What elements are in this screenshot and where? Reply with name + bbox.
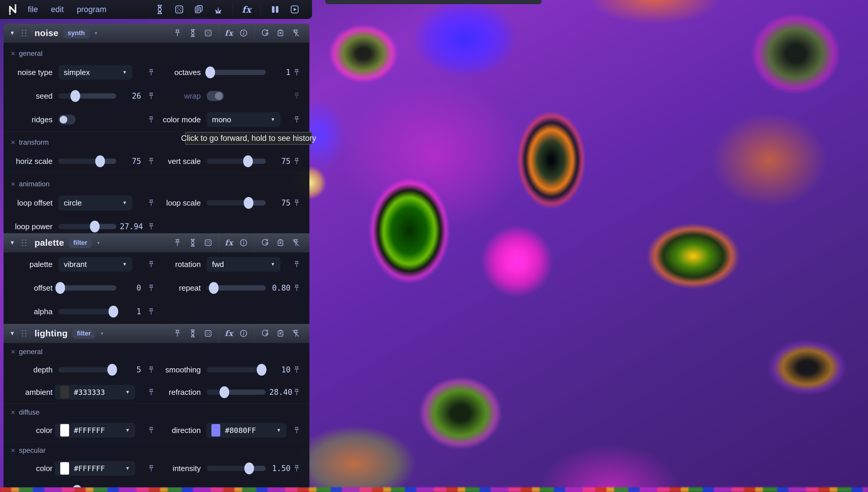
collapse-icon[interactable]: ▼ — [9, 30, 18, 36]
depth-slider[interactable] — [58, 367, 116, 372]
duplicate-pages-icon[interactable] — [194, 4, 204, 15]
section-close-icon[interactable]: ✕ — [10, 181, 15, 188]
alpha-slider[interactable] — [58, 309, 116, 314]
pin-icon[interactable] — [147, 464, 155, 472]
drag-handle-icon[interactable] — [22, 240, 26, 246]
pin-icon[interactable] — [292, 388, 301, 396]
pin-icon[interactable] — [147, 260, 155, 268]
info-icon[interactable] — [239, 238, 248, 247]
pin-icon[interactable] — [147, 92, 155, 100]
pin-icon[interactable] — [292, 464, 301, 472]
pin-icon[interactable] — [173, 329, 182, 338]
loop-power-slider[interactable] — [58, 224, 116, 229]
noise-type-dropdown[interactable]: simplex ▼ — [58, 65, 132, 80]
pin-icon[interactable] — [292, 426, 301, 435]
pin-icon[interactable] — [147, 308, 155, 316]
randomize-dna-icon[interactable] — [154, 4, 165, 15]
diffuse-color-dropdown[interactable]: #FFFFFF ▼ — [55, 423, 135, 438]
loop-scale-slider[interactable] — [207, 200, 266, 205]
fx-icon[interactable]: fx — [222, 329, 236, 338]
color-mode-dropdown[interactable]: mono ▼ — [207, 112, 280, 127]
dice-icon[interactable] — [204, 329, 212, 338]
row: loop offset circle ▼ loop scale 75 — [3, 191, 309, 215]
badge-caret-icon[interactable]: ▼ — [100, 331, 104, 336]
section-close-icon[interactable]: ✕ — [10, 409, 15, 416]
dna-icon[interactable] — [188, 29, 197, 38]
pin-icon[interactable] — [292, 92, 301, 100]
info-icon[interactable] — [239, 329, 248, 338]
specular-color-dropdown[interactable]: #FFFFFF ▼ — [55, 461, 135, 476]
dice-icon[interactable] — [204, 238, 212, 247]
collapse-icon[interactable]: ▼ — [9, 330, 18, 337]
unpin-all-icon[interactable] — [291, 29, 300, 38]
collapse-icon[interactable]: ▼ — [9, 240, 18, 246]
badge-caret-icon[interactable]: ▼ — [94, 31, 98, 35]
pin-icon[interactable] — [292, 157, 301, 165]
pin-icon[interactable] — [292, 199, 301, 207]
pin-icon[interactable] — [147, 366, 155, 374]
grass-icon[interactable] — [213, 4, 224, 15]
clear-icon[interactable] — [276, 238, 285, 247]
vert-scale-slider[interactable] — [207, 158, 266, 164]
direction-color-dropdown[interactable]: #8080FF ▼ — [206, 423, 286, 438]
repeat-slider[interactable] — [207, 285, 266, 291]
pin-icon[interactable] — [147, 222, 155, 231]
pin-icon[interactable] — [147, 388, 155, 396]
refraction-slider[interactable] — [207, 390, 266, 395]
dice-icon[interactable] — [174, 4, 184, 15]
pin-icon[interactable] — [292, 366, 301, 374]
history-icon[interactable] — [261, 329, 270, 338]
fx-icon[interactable]: fx — [238, 4, 256, 15]
pin-icon[interactable] — [292, 260, 301, 268]
menu-file[interactable]: file — [21, 5, 45, 14]
offset-slider[interactable] — [58, 285, 116, 291]
pin-icon[interactable] — [147, 284, 155, 292]
split-columns-icon[interactable] — [270, 4, 280, 15]
palette-dropdown[interactable]: vibrant ▼ — [58, 257, 132, 272]
pin-icon[interactable] — [147, 68, 155, 76]
drag-handle-icon[interactable] — [22, 30, 26, 36]
dice-icon[interactable] — [204, 29, 212, 38]
pin-icon[interactable] — [147, 116, 155, 124]
seed-slider[interactable] — [58, 93, 116, 99]
pin-icon[interactable] — [147, 199, 155, 207]
history-icon[interactable] — [261, 238, 270, 247]
pin-icon[interactable] — [147, 487, 155, 487]
smoothing-slider[interactable] — [207, 367, 266, 372]
loop-offset-dropdown[interactable]: circle ▼ — [58, 196, 132, 210]
octaves-slider[interactable] — [207, 70, 266, 75]
section-close-icon[interactable]: ✕ — [10, 50, 15, 57]
pin-icon[interactable] — [173, 238, 182, 247]
pin-icon[interactable] — [292, 68, 301, 76]
history-icon[interactable] — [261, 29, 270, 38]
clear-icon[interactable] — [276, 29, 285, 38]
play-icon[interactable] — [289, 4, 300, 15]
control-label: loop offset — [3, 198, 53, 207]
badge-caret-icon[interactable]: ▼ — [97, 241, 100, 245]
section-close-icon[interactable]: ✕ — [10, 139, 15, 146]
unpin-all-icon[interactable] — [291, 329, 300, 338]
intensity-slider[interactable] — [207, 466, 266, 471]
clear-icon[interactable] — [276, 329, 285, 338]
app-logo-icon[interactable] — [7, 4, 18, 15]
pin-icon[interactable] — [147, 157, 155, 165]
ambient-color-dropdown[interactable]: #333333 ▼ — [55, 385, 135, 399]
info-icon[interactable] — [239, 29, 248, 38]
pin-icon[interactable] — [173, 29, 182, 38]
dna-icon[interactable] — [188, 329, 197, 338]
menu-program[interactable]: program — [70, 5, 113, 14]
pin-icon[interactable] — [292, 116, 301, 124]
dna-icon[interactable] — [188, 238, 197, 247]
fx-icon[interactable]: fx — [222, 29, 236, 38]
fx-icon[interactable]: fx — [222, 238, 236, 247]
pin-icon[interactable] — [292, 284, 301, 292]
section-close-icon[interactable]: ✕ — [10, 447, 15, 454]
menu-edit[interactable]: edit — [45, 5, 71, 14]
unpin-all-icon[interactable] — [291, 238, 300, 247]
rotation-dropdown[interactable]: fwd ▼ — [207, 257, 280, 272]
horiz-scale-slider[interactable] — [58, 158, 116, 164]
section-close-icon[interactable]: ✕ — [10, 348, 15, 355]
pin-icon[interactable] — [147, 426, 155, 435]
drag-handle-icon[interactable] — [22, 330, 26, 337]
ridges-toggle[interactable] — [58, 115, 76, 125]
